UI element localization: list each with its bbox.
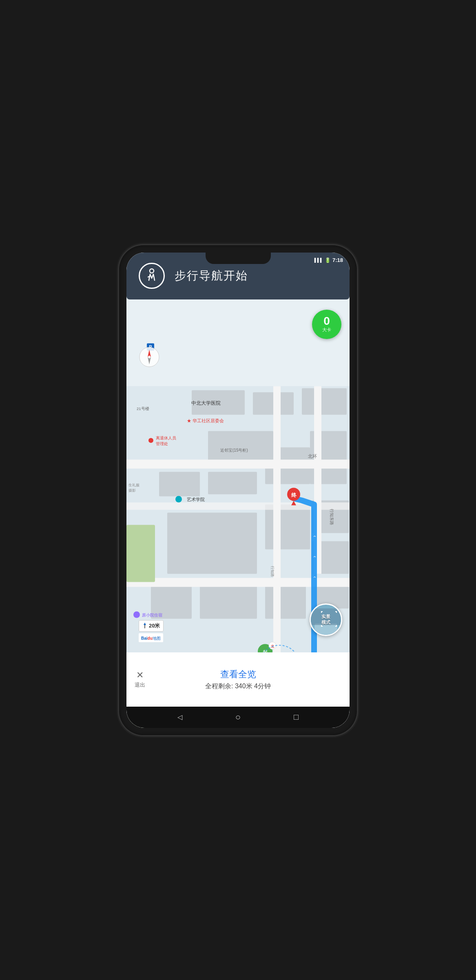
ar-mode-button[interactable]: 实景 模式	[310, 603, 342, 636]
svg-rect-4	[302, 388, 347, 415]
scale-bar: 20米 Baidu地图	[139, 620, 164, 642]
overview-title[interactable]: 查看全览	[205, 668, 271, 681]
walk-icon-circle	[139, 263, 165, 289]
phone-screen: ▌▌▌ 🔋 7:18	[126, 253, 350, 728]
svg-marker-76	[144, 623, 146, 625]
exit-label: 退出	[135, 681, 145, 689]
compass[interactable]	[139, 346, 160, 368]
svg-point-50	[175, 496, 182, 502]
svg-rect-11	[265, 504, 310, 549]
back-button[interactable]: ◁	[177, 713, 182, 721]
svg-rect-24	[273, 386, 281, 663]
svg-text:生礼服: 生礼服	[128, 483, 139, 487]
svg-text:21号楼: 21号楼	[137, 406, 149, 410]
exit-icon: ✕	[136, 670, 144, 681]
notch	[206, 253, 271, 264]
phone-frame: ▌▌▌ 🔋 7:18	[119, 245, 357, 735]
signal-icon: ▌▌▌	[314, 258, 323, 262]
svg-text:离退休人员: 离退休人员	[156, 435, 176, 440]
nav-title: 步行导航开始	[175, 268, 248, 284]
svg-rect-7	[208, 472, 257, 494]
route-info: 全程剩余: 340米 4分钟	[205, 682, 271, 691]
svg-rect-16	[200, 582, 257, 619]
svg-text:›: ›	[312, 535, 317, 537]
svg-text:原小院住宿: 原小院住宿	[142, 612, 162, 617]
svg-text:行知东路: 行知东路	[330, 508, 334, 525]
svg-point-54	[133, 611, 140, 618]
home-button[interactable]: ○	[235, 712, 241, 723]
svg-text:近邻宝(15号柜): 近邻宝(15号柜)	[220, 448, 248, 452]
battery-icon: 🔋	[325, 257, 331, 263]
svg-text:中北大学医院: 中北大学医院	[191, 400, 221, 405]
svg-text:›: ›	[312, 556, 317, 557]
svg-rect-17	[265, 582, 306, 619]
svg-rect-5	[208, 431, 273, 463]
time-display: 7:18	[332, 257, 343, 263]
android-nav-bar: ◁ ○ □	[126, 707, 350, 728]
svg-text:›: ›	[312, 576, 317, 578]
svg-rect-27	[126, 525, 155, 582]
svg-text:★ 华工社区居委会: ★ 华工社区居委会	[187, 418, 224, 423]
svg-text:行知路: 行知路	[270, 565, 275, 576]
svg-text:摄影: 摄影	[128, 488, 136, 492]
svg-rect-6	[159, 472, 200, 496]
svg-text:北环: 北环	[308, 453, 317, 458]
svg-point-47	[148, 438, 153, 443]
bottom-nav-content: ✕ 退出 查看全览 全程剩余: 340米 4分钟	[126, 652, 350, 707]
speed-unit: 大卡	[322, 327, 331, 333]
scale-value: 20米	[149, 622, 160, 630]
svg-point-71	[150, 269, 154, 273]
svg-text:终: 终	[291, 492, 297, 498]
svg-text:管理处: 管理处	[156, 441, 168, 446]
speed-indicator: 0 大卡	[312, 310, 341, 339]
exit-button[interactable]: ✕ 退出	[135, 670, 145, 689]
svg-rect-10	[167, 512, 257, 574]
speed-value: 0	[323, 315, 330, 327]
recent-button[interactable]: □	[294, 712, 299, 722]
overview-section: 查看全览 全程剩余: 340米 4分钟	[205, 668, 271, 691]
svg-text:艺术学院: 艺术学院	[187, 497, 205, 501]
bottom-panel: ✕ 退出 查看全览 全程剩余: 340米 4分钟 ◁ ○ □	[126, 652, 350, 728]
